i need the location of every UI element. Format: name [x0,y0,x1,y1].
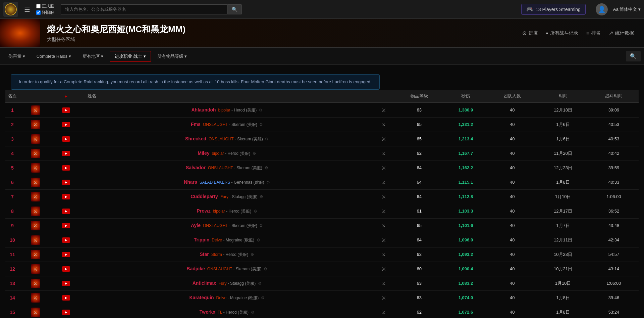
guild-name[interactable]: Delve [212,238,222,242]
site-logo[interactable] [3,2,18,17]
filter-complete-raids[interactable]: Complete Raids ▾ [32,51,76,61]
youtube-icon[interactable]: ▶ [62,295,70,301]
youtube-icon[interactable]: ▶ [62,151,70,156]
guild-name[interactable]: ONSLAUGHT [208,166,233,170]
table-search-button[interactable]: 🔍 [626,51,641,61]
youtube-cell[interactable]: ▶ [52,276,81,290]
youtube-icon[interactable]: ▶ [62,122,70,127]
class-icon: ⚔ [31,221,40,230]
player-name[interactable]: Nhars [184,179,197,185]
item-level: 64 [394,189,444,204]
user-avatar[interactable]: 👤 [596,3,608,15]
guild-name[interactable]: ONSLAUGHT [209,137,233,141]
youtube-icon[interactable]: ▶ [62,136,70,142]
classic-server-checkbox[interactable]: 怀旧服 [36,10,54,15]
player-name[interactable]: Prowz [197,208,210,214]
youtube-icon[interactable]: ▶ [62,281,70,286]
player-name[interactable]: Salvador [186,165,206,170]
spec-icon: ⚔ [382,151,386,156]
zone-action-stats[interactable]: ↗ 统计数据 [609,30,634,36]
duration-value: 40:53 [589,132,639,146]
player-name[interactable]: Badjoke [186,266,205,271]
class-icon-cell: ⚔ [19,218,52,233]
guild-name[interactable]: Fury [218,281,226,286]
twitch-icon: 🎮 [526,6,533,12]
guild-name[interactable]: Storm [211,252,222,257]
youtube-cell[interactable]: ▶ [52,305,81,318]
player-name[interactable]: Star [200,252,209,257]
player-name[interactable]: Shrecked [185,136,206,141]
youtube-icon[interactable]: ▶ [62,252,70,257]
filter-region[interactable]: 所有地区 ▾ [77,51,109,62]
player-name[interactable]: Karatequin [189,295,214,300]
guild-name[interactable]: bipolar [218,108,230,112]
youtube-icon[interactable]: ▶ [62,165,70,171]
guild-name[interactable]: ONSLAUGHT [207,267,232,271]
player-name[interactable]: Twerkx [200,309,215,315]
zone-action-progress[interactable]: ⊙ 进度 [522,30,538,36]
zone-action-combat[interactable]: ▪ 所有战斗记录 [546,30,578,36]
youtube-cell[interactable]: ▶ [52,103,81,118]
table-row: 8 ⚔ ▶ Prowz bipolar - Herod (美服) ⚙ ⚔ 61 … [5,204,639,218]
youtube-cell[interactable]: ▶ [52,132,81,146]
spec-cell: ⚔ [373,262,394,276]
duration-value: 43:48 [589,218,639,233]
guild-server: Delve - Mograine (欧服) ⚙ [211,238,260,242]
server-icon: ⚙ [261,296,265,300]
youtube-cell[interactable]: ▶ [52,161,81,175]
youtube-icon[interactable]: ▶ [62,194,70,199]
youtube-icon[interactable]: ▶ [62,266,70,272]
player-name[interactable]: Fms [191,122,201,127]
youtube-cell[interactable]: ▶ [52,204,81,218]
item-level: 65 [394,117,444,132]
player-name[interactable]: Cuddleparty [191,194,218,199]
youtube-cell[interactable]: ▶ [52,290,81,305]
youtube-cell[interactable]: ▶ [52,189,81,204]
date-value: 1月7日 [537,218,589,233]
filter-class[interactable]: 进攻职业 战士 ▾ [110,51,151,62]
guild-name[interactable]: bipolar [213,209,225,214]
youtube-icon[interactable]: ▶ [62,237,70,243]
player-name[interactable]: Ayle [191,223,201,228]
zone-action-rankings[interactable]: ≡ 排名 [586,30,601,36]
col-spec [373,90,394,103]
youtube-icon[interactable]: ▶ [62,223,70,228]
server-separator: - Herod (美服) [225,151,250,156]
filter-damage[interactable]: 伤害量 ▾ [3,51,30,62]
guild-name[interactable]: TL [218,310,222,315]
youtube-cell[interactable]: ▶ [52,233,81,247]
player-name[interactable]: Miley [198,150,210,156]
server-separator: - Gehennas (欧服) [231,180,264,185]
guild-name[interactable]: Fury [220,194,228,199]
guild-name[interactable]: bipolar [212,151,224,156]
youtube-cell[interactable]: ▶ [52,146,81,161]
youtube-cell[interactable]: ▶ [52,175,81,189]
youtube-icon[interactable]: ▶ [62,209,70,214]
guild-name[interactable]: ONSLAUGHT [203,223,228,228]
youtube-icon[interactable]: ▶ [62,107,70,113]
player-name[interactable]: Ahlaundoh [192,107,216,112]
player-name[interactable]: Trippin [194,237,210,242]
youtube-cell[interactable]: ▶ [52,218,81,233]
youtube-icon[interactable]: ▶ [62,310,70,315]
spec-cell: ⚔ [373,132,394,146]
filter-item-level[interactable]: 所有物品等级 ▾ [152,51,192,62]
youtube-cell[interactable]: ▶ [52,262,81,276]
spec-cell: ⚔ [373,175,394,189]
search-input[interactable] [61,4,227,14]
guild-name[interactable]: ONSLAUGHT [203,122,228,127]
streaming-badge[interactable]: 🎮 13 Players Streaming [521,4,586,15]
spec-cell: ⚔ [373,161,394,175]
search-button[interactable]: 🔍 [227,4,242,14]
date-value: 1月10日 [537,276,589,290]
youtube-cell[interactable]: ▶ [52,117,81,132]
guild-name[interactable]: Delve [216,296,227,300]
server-separator: - Mograine (欧服) [223,238,254,242]
hamburger-menu[interactable]: ☰ [21,4,33,15]
official-server-checkbox[interactable]: 正式服 [36,3,54,9]
youtube-icon[interactable]: ▶ [62,180,70,185]
guild-name[interactable]: SALAD BAKERS [200,180,230,185]
language-selector[interactable]: Aa 简体中文 ▾ [613,6,641,12]
youtube-cell[interactable]: ▶ [52,247,81,262]
player-name[interactable]: Anticlimax [193,280,216,286]
